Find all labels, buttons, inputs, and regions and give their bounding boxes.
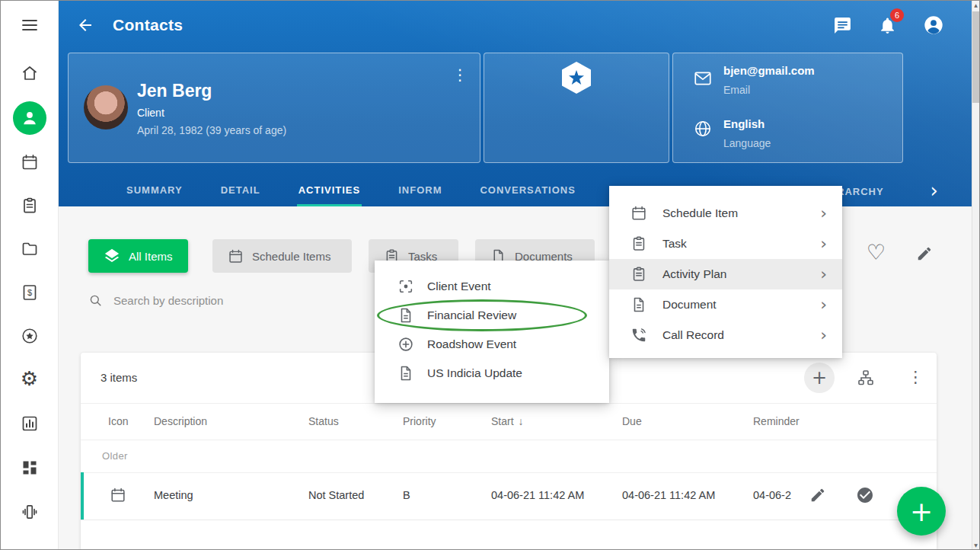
ratings-nav-icon[interactable] — [21, 327, 39, 345]
column-reminder[interactable]: Reminder — [753, 415, 800, 427]
items-count-label: 3 items — [101, 371, 137, 384]
tab-detail[interactable]: DETAIL — [219, 176, 262, 206]
language-value: English — [723, 117, 765, 130]
tab-conversations[interactable]: CONVERSATIONS — [478, 176, 576, 206]
analytics-nav-icon[interactable] — [21, 414, 39, 433]
account-avatar-icon[interactable] — [923, 14, 944, 36]
menu-item-financial-review[interactable]: Financial Review — [375, 301, 609, 330]
row-status: Not Started — [308, 489, 364, 501]
tasks-nav-icon[interactable] — [21, 197, 39, 215]
notifications-bell-icon[interactable]: 6 — [878, 16, 897, 35]
list-more-icon[interactable]: ⋮ — [908, 368, 924, 386]
profile-card: Jen Berg Client April 28, 1982 (39 years… — [68, 53, 480, 163]
document-icon — [397, 307, 414, 324]
scrollbar-thumb[interactable] — [972, 11, 979, 103]
row-start: 04-06-21 11:42 AM — [491, 489, 584, 501]
contacts-app-window: $ ⚙ Contacts — [0, 0, 980, 550]
column-status[interactable]: Status — [308, 415, 339, 427]
email-icon — [693, 69, 713, 88]
column-due[interactable]: Due — [622, 415, 642, 427]
billing-nav-icon[interactable]: $ — [21, 283, 39, 302]
row-description: Meeting — [154, 489, 193, 501]
chevron-right-icon: › — [820, 235, 827, 252]
tabs-overflow-chevron-icon[interactable]: › — [931, 176, 938, 205]
profile-type: Client — [137, 107, 164, 119]
contacts-active-icon[interactable] — [13, 101, 46, 135]
sort-descending-icon: ↓ — [519, 415, 524, 427]
row-reminder: 04-06-2 — [753, 489, 808, 501]
column-description[interactable]: Description — [154, 415, 207, 427]
vertical-scrollbar[interactable]: ▲ ▼ — [972, 1, 979, 549]
page-title: Contacts — [113, 16, 183, 34]
row-due: 04-06-21 11:42 AM — [622, 489, 715, 501]
menu-item-schedule-item[interactable]: Schedule Item › — [609, 198, 842, 229]
top-app-bar: Contacts 6 — [58, 1, 973, 50]
table-row[interactable]: Meeting Not Started B 04-06-21 11:42 AM … — [81, 472, 937, 520]
call-icon — [630, 327, 647, 344]
add-circle-icon — [397, 336, 414, 353]
column-icon: Icon — [108, 415, 128, 427]
clipboard-icon — [630, 266, 647, 283]
calendar-icon — [630, 205, 647, 222]
language-label: Language — [723, 137, 771, 149]
chevron-right-icon: › — [820, 205, 827, 222]
row-priority: B — [403, 489, 410, 501]
folder-nav-icon[interactable] — [21, 240, 39, 258]
clipboard-icon — [630, 235, 647, 252]
tab-hierarchy-partial[interactable]: RARCHY — [837, 176, 884, 206]
calendar-nav-icon[interactable] — [21, 153, 39, 171]
row-complete-check-icon[interactable] — [856, 486, 874, 504]
contact-info-card: bjen@gmail.com Email English Language — [672, 53, 903, 163]
menu-item-call-record[interactable]: Call Record › — [609, 320, 842, 350]
page-header: Contacts 6 Jen Berg Client April 28, 198… — [58, 1, 973, 206]
filter-schedule-items-button[interactable]: Schedule Items — [212, 239, 352, 273]
chat-icon[interactable] — [833, 16, 852, 35]
email-value: bjen@gmail.com — [723, 64, 815, 77]
row-accent-bar — [81, 472, 84, 520]
menu-item-task[interactable]: Task › — [609, 229, 842, 259]
star-hexagon-badge-icon — [559, 60, 594, 95]
settings-gear-icon[interactable]: ⚙ — [19, 369, 40, 390]
tab-summary[interactable]: SUMMARY — [125, 176, 184, 206]
create-item-menu: Schedule Item › Task › Activity Plan › D… — [609, 186, 842, 358]
search-input[interactable] — [112, 293, 336, 308]
row-calendar-icon — [110, 487, 126, 504]
scrollbar-down-arrow[interactable]: ▼ — [972, 542, 979, 548]
profile-name: Jen Berg — [137, 81, 212, 101]
rating-badge-card — [484, 53, 669, 163]
mobile-vibration-icon[interactable] — [21, 503, 39, 521]
menu-item-client-event[interactable]: Client Event — [375, 272, 609, 301]
email-label: Email — [723, 84, 750, 96]
chevron-right-icon: › — [820, 327, 827, 344]
left-nav-sidebar: $ ⚙ — [1, 1, 59, 549]
topbar-actions: 6 — [833, 14, 944, 36]
fab-add-button[interactable]: + — [897, 487, 946, 536]
menu-item-roadshow-event[interactable]: Roadshow Event — [375, 330, 609, 359]
hamburger-menu-icon[interactable] — [21, 16, 39, 34]
column-start[interactable]: Start↓ — [491, 415, 524, 427]
profile-avatar — [84, 85, 128, 130]
hierarchy-view-icon[interactable] — [857, 369, 875, 387]
menu-item-us-indicia-update[interactable]: US Indicia Update — [375, 359, 609, 388]
menu-item-document[interactable]: Document › — [609, 289, 842, 320]
menu-item-activity-plan[interactable]: Activity Plan › — [609, 259, 842, 289]
back-arrow-icon[interactable] — [76, 16, 94, 34]
scrollbar-up-arrow[interactable]: ▲ — [972, 2, 979, 8]
dashboard-nav-icon[interactable] — [21, 459, 39, 477]
profile-more-icon[interactable]: ⋮ — [452, 67, 468, 82]
add-item-button[interactable]: + — [804, 363, 835, 393]
favorite-heart-icon[interactable]: ♡ — [867, 242, 886, 264]
filter-all-items-button[interactable]: All Items — [88, 239, 188, 273]
row-edit-pencil-icon[interactable] — [809, 487, 826, 504]
profile-birthdate: April 28, 1982 (39 years of age) — [137, 124, 286, 136]
tab-activities[interactable]: ACTIVITIES — [297, 176, 362, 206]
column-priority[interactable]: Priority — [403, 415, 436, 427]
tab-inform[interactable]: INFORM — [397, 176, 443, 206]
edit-pencil-icon[interactable] — [916, 245, 933, 262]
group-row-older: Older — [81, 440, 937, 473]
globe-icon — [693, 119, 713, 139]
document-icon — [397, 365, 414, 382]
home-icon[interactable] — [21, 64, 39, 82]
chevron-right-icon: › — [820, 296, 827, 313]
notification-count-badge: 6 — [890, 8, 904, 22]
